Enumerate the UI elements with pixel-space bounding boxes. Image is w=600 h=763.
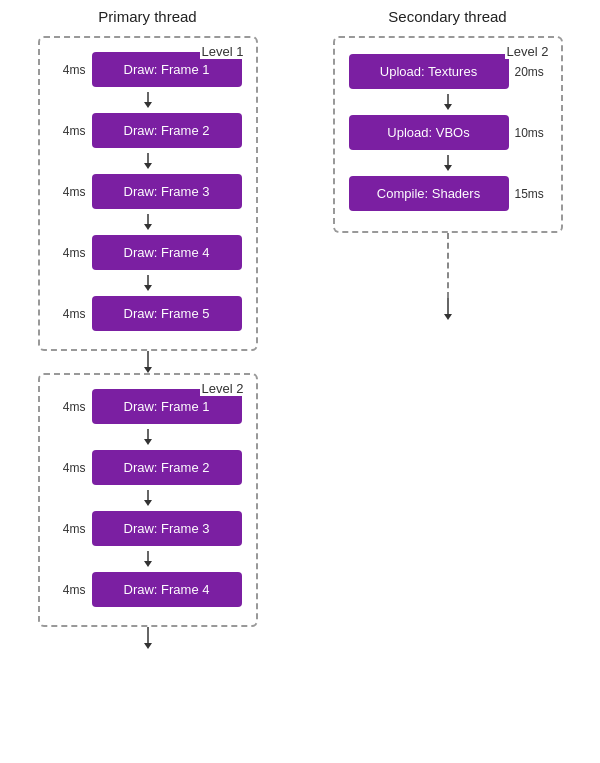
secondary-item-2: Compile: Shaders 15ms [349, 176, 547, 211]
secondary-thread-header: Secondary thread [295, 0, 600, 25]
bottom-arrow [140, 627, 156, 649]
arrow [54, 91, 242, 109]
draw-frame-block: Draw: Frame 4 [92, 572, 242, 607]
time-label-right: 15ms [515, 187, 547, 201]
svg-marker-13 [144, 500, 152, 506]
svg-marker-17 [144, 643, 152, 649]
secondary-level2-label: Level 2 [505, 44, 551, 59]
time-label: 4ms [54, 124, 86, 138]
dashed-line [447, 233, 449, 298]
draw-frame-block: Draw: Frame 4 [92, 235, 242, 270]
primary-level1-item-3: 4ms Draw: Frame 4 [54, 235, 242, 270]
secondary-item-1: Upload: VBOs 10ms [349, 115, 547, 150]
svg-marker-15 [144, 561, 152, 567]
upload-vbos-block: Upload: VBOs [349, 115, 509, 150]
primary-level2-item-3: 4ms Draw: Frame 4 [54, 572, 242, 607]
svg-marker-5 [144, 224, 152, 230]
primary-level1-item-2: 4ms Draw: Frame 3 [54, 174, 242, 209]
secondary-bottom-arrow [440, 298, 456, 323]
draw-frame-block: Draw: Frame 2 [92, 450, 242, 485]
svg-marker-3 [144, 163, 152, 169]
time-label-right: 10ms [515, 126, 547, 140]
svg-marker-11 [144, 439, 152, 445]
primary-level2-item-1: 4ms Draw: Frame 2 [54, 450, 242, 485]
secondary-level2-box: Level 2 Upload: Textures 20ms Upload: VB… [333, 36, 563, 233]
primary-level2-item-2: 4ms Draw: Frame 3 [54, 511, 242, 546]
arrow [54, 489, 242, 507]
time-label: 4ms [54, 522, 86, 536]
time-label: 4ms [54, 307, 86, 321]
arrow [54, 428, 242, 446]
upload-textures-block: Upload: Textures [349, 54, 509, 89]
time-label-right: 20ms [515, 65, 547, 79]
time-label: 4ms [54, 461, 86, 475]
arrow [54, 213, 242, 231]
time-label: 4ms [54, 185, 86, 199]
time-label: 4ms [54, 63, 86, 77]
arrow [54, 152, 242, 170]
secondary-item-0: Upload: Textures 20ms [349, 54, 547, 89]
compile-shaders-block: Compile: Shaders [349, 176, 509, 211]
time-label: 4ms [54, 246, 86, 260]
svg-marker-21 [444, 165, 452, 171]
time-label: 4ms [54, 583, 86, 597]
time-label: 4ms [54, 400, 86, 414]
arrow [54, 274, 242, 292]
arrow [349, 93, 547, 111]
primary-thread-header: Primary thread [0, 0, 295, 25]
primary-level1-box: Level 1 4ms Draw: Frame 1 4ms Draw: Fram… [38, 36, 258, 351]
primary-level2-box: Level 2 4ms Draw: Frame 1 4ms Draw: Fram… [38, 373, 258, 627]
draw-frame-block: Draw: Frame 2 [92, 113, 242, 148]
svg-marker-23 [444, 314, 452, 320]
svg-marker-1 [144, 102, 152, 108]
draw-frame-block: Draw: Frame 3 [92, 511, 242, 546]
draw-frame-block: Draw: Frame 5 [92, 296, 242, 331]
primary-level1-item-1: 4ms Draw: Frame 2 [54, 113, 242, 148]
primary-level2-label: Level 2 [200, 381, 246, 396]
connector-arrow [140, 351, 156, 373]
primary-level1-label: Level 1 [200, 44, 246, 59]
svg-marker-7 [144, 285, 152, 291]
svg-marker-19 [444, 104, 452, 110]
primary-level1-item-4: 4ms Draw: Frame 5 [54, 296, 242, 331]
arrow [54, 550, 242, 568]
draw-frame-block: Draw: Frame 3 [92, 174, 242, 209]
arrow [349, 154, 547, 172]
